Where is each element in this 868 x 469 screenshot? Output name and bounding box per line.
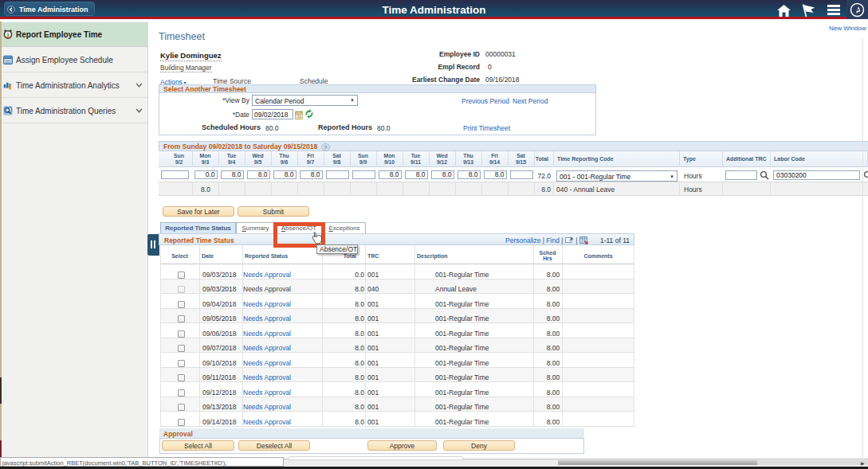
- svg-text:31: 31: [297, 114, 301, 119]
